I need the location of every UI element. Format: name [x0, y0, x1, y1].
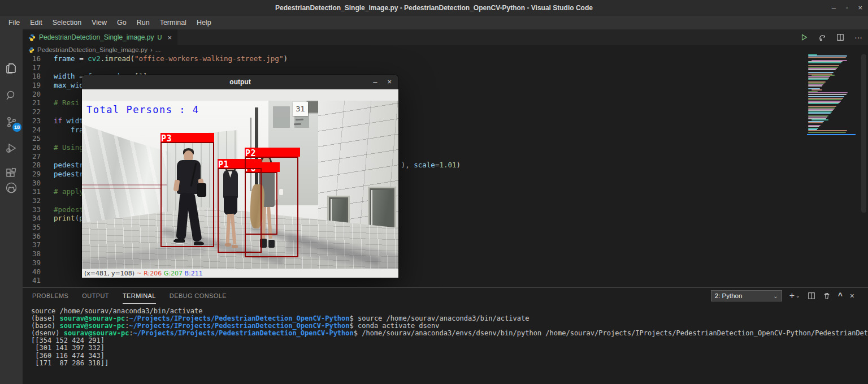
output-minimize-button[interactable]: – — [373, 75, 377, 89]
pixel-readout-segment: R:206 — [144, 270, 164, 277]
panel-tab-debug-console[interactable]: DEBUG CONSOLE — [170, 288, 227, 303]
terminal-line: (dsenv) sourav@sourav-pc:~/Projects/IPro… — [31, 329, 862, 336]
minimap-line — [808, 132, 846, 133]
window-minimize-button[interactable]: – — [832, 0, 836, 16]
terminal-output[interactable]: source /home/sourav/anaconda3/bin/activa… — [31, 307, 862, 366]
minimap-line — [808, 79, 828, 80]
editor-actions: ··· — [799, 29, 863, 45]
new-terminal-icon[interactable]: +⌄ — [789, 291, 800, 301]
explorer-icon[interactable] — [5, 62, 18, 75]
minimap-line — [808, 62, 841, 63]
more-actions-icon[interactable]: ··· — [853, 32, 863, 42]
breadcrumb-separator: › — [150, 46, 153, 53]
terminal-line: [301 141 397 332] — [31, 344, 862, 351]
source-control-badge: 18 — [12, 123, 21, 132]
minimap-line — [808, 65, 839, 66]
window-restore-button[interactable]: ▫ — [846, 0, 848, 16]
detection-label-p3: P3 — [160, 133, 214, 142]
tab-modified-indicator: U — [157, 34, 162, 41]
output-window-titlebar[interactable]: output – × — [82, 75, 398, 89]
close-panel-icon[interactable]: × — [850, 291, 854, 300]
open-changes-icon[interactable] — [817, 32, 827, 42]
photo-glass-reflection — [82, 184, 167, 185]
panel-tab-terminal[interactable]: TERMINAL — [123, 288, 156, 304]
tab-bar: PedestrianDetection_Single_image.py U × — [23, 29, 868, 45]
minimap-line — [808, 126, 819, 127]
panel-tab-problems[interactable]: PROBLEMS — [32, 288, 68, 303]
run-debug-icon[interactable] — [5, 141, 18, 155]
minimap-line — [808, 103, 839, 104]
minimap[interactable] — [807, 54, 858, 145]
code-line: 16frame = cv2.imread("office-workers-wal… — [23, 54, 868, 63]
minimap-line — [808, 122, 823, 123]
output-close-button[interactable]: × — [387, 75, 392, 89]
window-close-button[interactable]: × — [858, 0, 862, 16]
menu-item-help[interactable]: Help — [192, 16, 216, 29]
editor-scrollbar[interactable] — [861, 54, 866, 213]
panel-controls: 2: Python⌄ +⌄ ^ × — [711, 290, 854, 301]
breadcrumb[interactable]: PedestrianDetection_Single_image.py › ..… — [23, 45, 802, 54]
output-window-title: output — [229, 78, 250, 86]
breadcrumb-file: PedestrianDetection_Single_image.py — [37, 46, 147, 53]
menu-item-go[interactable]: Go — [112, 16, 132, 29]
minimap-line — [808, 99, 842, 100]
minimap-line — [808, 94, 847, 95]
output-toolbar — [82, 89, 398, 101]
split-editor-icon[interactable] — [835, 32, 845, 42]
terminal-line: [171 87 286 318]] — [31, 359, 862, 366]
menu-item-file[interactable]: File — [3, 16, 25, 29]
total-persons-overlay: Total Persons : 4 — [86, 104, 199, 115]
detection-box-p2 — [245, 157, 298, 257]
output-status-bar: (x=481, y=108) ~ R:206 G:207 B:211 — [82, 269, 398, 278]
run-python-file-button[interactable] — [799, 32, 809, 42]
minimap-line — [808, 113, 831, 114]
terminal-line: (base) sourav@sourav-pc:~/Projects/IProj… — [31, 314, 862, 322]
code-line: 17 — [23, 63, 868, 72]
pixel-readout-segment: ~ — [137, 270, 144, 277]
detection-box-p3 — [160, 142, 214, 247]
breadcrumb-more: ... — [155, 46, 161, 53]
pixel-readout-segment: B:211 — [185, 270, 203, 277]
minimap-line — [808, 106, 836, 107]
split-terminal-icon[interactable] — [808, 292, 815, 300]
menu-bar: FileEditSelectionViewGoRunTerminalHelp — [0, 16, 868, 29]
terminal-line: source /home/sourav/anaconda3/bin/activa… — [31, 307, 862, 314]
panel-tab-output[interactable]: OUTPUT — [82, 288, 109, 303]
menu-item-run[interactable]: Run — [132, 16, 155, 29]
github-icon[interactable] — [5, 181, 18, 195]
activity-bar: 18 — [0, 29, 23, 384]
minimap-line — [811, 119, 828, 120]
terminal-line: [[354 152 424 291] — [31, 336, 862, 344]
minimap-line — [808, 57, 846, 58]
tab-pedestriandetection[interactable]: PedestrianDetection_Single_image.py U × — [23, 29, 177, 45]
minimap-cursor-line — [807, 134, 856, 135]
vscode-window: PedestrianDetection_Single_image.py - Pe… — [0, 0, 868, 384]
minimap-line — [808, 69, 836, 70]
bottom-panel: PROBLEMSOUTPUTTERMINALDEBUG CONSOLE 2: P… — [23, 287, 868, 384]
opencv-output-window: output – × 31 — [82, 75, 398, 278]
tab-label: PedestrianDetection_Single_image.py — [39, 33, 154, 41]
kill-terminal-icon[interactable] — [823, 292, 831, 300]
detection-image: 31 — [82, 101, 398, 269]
minimap-line — [808, 92, 848, 93]
menu-item-terminal[interactable]: Terminal — [155, 16, 192, 29]
menu-item-selection[interactable]: Selection — [47, 16, 86, 29]
title-bar: PedestrianDetection_Single_image.py - Pe… — [0, 0, 868, 16]
maximize-panel-icon[interactable]: ^ — [838, 291, 843, 300]
minimap-line — [808, 72, 834, 73]
minimap-line — [808, 85, 822, 87]
detection-label-p2: P2 — [245, 148, 300, 157]
menu-item-view[interactable]: View — [86, 16, 112, 29]
photo-street-sign: 31 — [293, 102, 308, 116]
terminal-line: (base) sourav@sourav-pc:~/Projects/IProj… — [31, 322, 862, 329]
pixel-readout-segment: G:207 — [164, 270, 185, 277]
tab-close-icon[interactable]: × — [167, 33, 172, 42]
source-control-icon[interactable]: 18 — [5, 115, 18, 129]
pixel-readout-segment: (x=481, y=108) — [84, 270, 137, 277]
extensions-icon[interactable] — [5, 167, 18, 180]
menu-item-edit[interactable]: Edit — [25, 16, 47, 29]
search-icon[interactable] — [5, 89, 18, 102]
terminal-line: [360 116 474 343] — [31, 352, 862, 359]
window-title: PedestrianDetection_Single_image.py - Pe… — [275, 4, 593, 12]
terminal-select[interactable]: 2: Python⌄ — [711, 290, 782, 301]
